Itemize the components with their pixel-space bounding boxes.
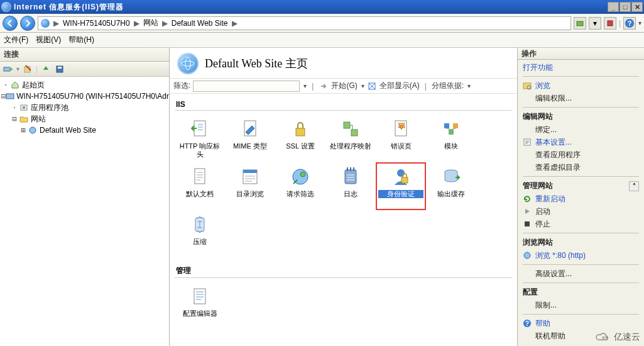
- svg-text:404: 404: [398, 125, 405, 129]
- directory-icon: [238, 165, 262, 189]
- tile-ssl-settings[interactable]: SSL 设置: [275, 114, 325, 162]
- menu-view[interactable]: 视图(V): [36, 35, 61, 45]
- tree-start-page[interactable]: · 起始页: [1, 79, 168, 91]
- svg-rect-30: [243, 170, 257, 173]
- actions-header: 操作: [518, 48, 644, 60]
- watermark: 亿速云: [594, 331, 640, 343]
- tree-server[interactable]: ⊟ WIN-H751405U7H0 (WIN-H751405U7H0\Admi: [1, 91, 168, 102]
- svg-point-14: [182, 57, 194, 70]
- action-advanced[interactable]: 高级设置...: [523, 267, 639, 280]
- remove-button[interactable]: [22, 64, 33, 75]
- action-restart[interactable]: 重新启动: [523, 193, 639, 205]
- chevron-right-icon: ▶: [53, 19, 59, 28]
- action-bindings[interactable]: 绑定...: [523, 123, 639, 136]
- chevron-down-icon[interactable]: ▾: [303, 82, 307, 89]
- user-lock-icon: [389, 165, 413, 189]
- tile-compression[interactable]: 压缩: [175, 210, 225, 258]
- lock-icon: [288, 117, 312, 141]
- tile-http-response-headers[interactable]: HTTP 响应标头: [175, 114, 225, 162]
- help-button[interactable]: ?: [623, 17, 636, 30]
- action-edit-permissions[interactable]: 编辑权限...: [523, 92, 639, 104]
- tile-error-pages[interactable]: 404 错误页: [376, 114, 426, 162]
- tile-output-caching[interactable]: 输出缓存: [426, 162, 476, 210]
- config-editor-icon: [188, 284, 212, 308]
- connections-panel: 连接 ▾ | · 起始页 ⊟ WIN-H751405U7H0 (WIN-H751…: [0, 48, 170, 346]
- content-header: Default Web Site 主页: [170, 48, 517, 79]
- menu-help[interactable]: 帮助(H): [68, 35, 94, 45]
- svg-point-12: [23, 106, 25, 109]
- action-limits[interactable]: 限制...: [523, 299, 639, 311]
- modules-icon: [439, 117, 463, 141]
- action-view-apps[interactable]: 查看应用程序: [523, 148, 639, 161]
- show-all-icon: [367, 81, 377, 91]
- up-button[interactable]: [40, 64, 52, 75]
- show-all[interactable]: 全部显示(A): [379, 81, 420, 91]
- connect-button[interactable]: [3, 64, 14, 75]
- tile-handler-mappings[interactable]: 处理程序映射: [325, 114, 376, 162]
- collapse-button[interactable]: ˄: [629, 181, 639, 191]
- help-icon: ?: [523, 319, 532, 328]
- action-help[interactable]: ? 帮助: [523, 317, 639, 330]
- breadcrumb[interactable]: ▶ WIN-H751405U7H0 ▶ 网站 ▶ Default Web Sit…: [38, 16, 571, 30]
- breadcrumb-server[interactable]: WIN-H751405U7H0: [63, 19, 130, 28]
- svg-text:?: ?: [628, 19, 632, 26]
- restart-icon: [523, 194, 532, 203]
- chevron-down-icon[interactable]: ▾: [361, 82, 364, 89]
- close-button[interactable]: ✕: [631, 2, 643, 12]
- action-stop[interactable]: 停止: [523, 218, 639, 230]
- connections-toolbar: ▾ |: [0, 62, 169, 77]
- tile-request-filtering[interactable]: 请求筛选: [275, 162, 325, 210]
- action-open-feature[interactable]: 打开功能: [523, 61, 639, 74]
- nav-util-button[interactable]: [574, 17, 586, 30]
- action-explore[interactable]: 浏览: [523, 79, 639, 92]
- chevron-down-icon[interactable]: ▾: [467, 82, 471, 89]
- tile-authentication[interactable]: 身份验证: [376, 162, 426, 210]
- tile-logging[interactable]: 日志: [325, 162, 376, 210]
- nav-util-button[interactable]: [604, 17, 616, 30]
- tree-app-pools[interactable]: · 应用程序池: [1, 102, 168, 113]
- svg-rect-27: [449, 130, 454, 135]
- tile-config-editor[interactable]: 配置编辑器: [175, 282, 225, 330]
- section-manage-site: 管理网站 ˄: [523, 176, 639, 193]
- connections-tree[interactable]: · 起始页 ⊟ WIN-H751405U7H0 (WIN-H751405U7H0…: [0, 77, 169, 346]
- play-icon: [523, 207, 532, 216]
- server-icon: [41, 19, 50, 28]
- tile-default-document[interactable]: 默认文档: [175, 162, 225, 210]
- forward-button[interactable]: [20, 16, 35, 31]
- nav-util-button[interactable]: ▾: [589, 17, 601, 30]
- svg-point-47: [606, 337, 608, 338]
- tile-directory-browsing[interactable]: 目录浏览: [225, 162, 275, 210]
- action-basic-settings[interactable]: 基本设置...: [523, 136, 639, 148]
- svg-rect-26: [453, 123, 458, 128]
- globe-icon: [28, 126, 38, 135]
- feature-view: Default Web Site 主页 筛选: ▾ | 开始(G) ▾ 全部显示…: [170, 48, 517, 346]
- tile-modules[interactable]: 模块: [426, 114, 476, 162]
- svg-rect-33: [345, 170, 356, 184]
- svg-rect-35: [401, 177, 408, 183]
- stop-icon: [523, 220, 532, 228]
- settings-icon: [523, 138, 532, 147]
- back-button[interactable]: [3, 16, 18, 31]
- action-view-vdirs[interactable]: 查看虚拟目录: [523, 161, 639, 174]
- filter-input[interactable]: [193, 81, 300, 92]
- minimize-button[interactable]: _: [608, 2, 619, 12]
- tree-sites[interactable]: ⊟ 网站: [1, 113, 168, 125]
- svg-point-34: [397, 169, 405, 177]
- filter-go[interactable]: 开始(G): [331, 81, 357, 91]
- save-button[interactable]: [54, 64, 65, 75]
- svg-rect-4: [4, 67, 10, 71]
- breadcrumb-site[interactable]: Default Web Site: [172, 19, 228, 28]
- filter-bar: 筛选: ▾ | 开始(G) ▾ 全部显示(A) | 分组依据: ▾: [170, 79, 517, 94]
- tree-default-site[interactable]: ⊞ Default Web Site: [1, 125, 168, 136]
- tile-mime-types[interactable]: MIME 类型: [225, 114, 275, 162]
- menu-bar: 文件(F) 视图(V) 帮助(H): [0, 33, 644, 48]
- title-bar: Internet 信息服务(IIS)管理器 _ □ ✕: [0, 0, 644, 14]
- action-browse-binding[interactable]: 浏览 *:80 (http): [523, 249, 639, 262]
- menu-file[interactable]: 文件(F): [4, 35, 28, 45]
- breadcrumb-sites[interactable]: 网站: [143, 18, 158, 28]
- svg-point-32: [300, 172, 305, 177]
- maximize-button[interactable]: □: [619, 2, 631, 12]
- action-start[interactable]: 启动: [523, 205, 639, 218]
- chevron-right-icon: ▶: [134, 19, 139, 28]
- window-buttons: _ □ ✕: [608, 2, 643, 12]
